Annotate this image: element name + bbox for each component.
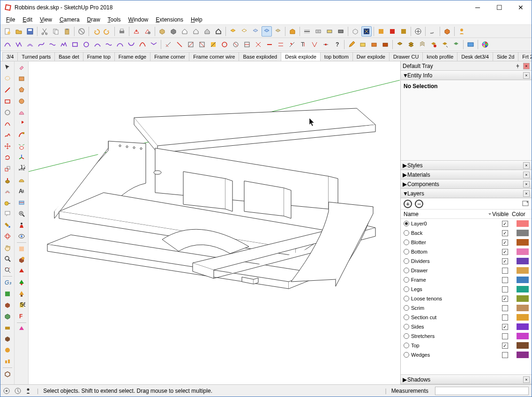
bezier-1-icon[interactable] xyxy=(36,39,46,50)
layer-row-top[interactable]: Top✓ xyxy=(401,341,532,350)
section-display-icon[interactable] xyxy=(313,26,323,37)
layer-row-dividers[interactable]: Dividers✓ xyxy=(401,256,532,266)
plugin-3-icon[interactable] xyxy=(398,26,409,37)
layer-radio[interactable] xyxy=(404,352,409,358)
menu-edit[interactable]: Edit xyxy=(19,15,36,24)
section-icon[interactable] xyxy=(302,26,312,37)
arc-3-icon[interactable] xyxy=(25,39,35,50)
lasso-tool-icon[interactable] xyxy=(2,74,13,84)
help-icon[interactable]: ? xyxy=(332,39,342,50)
layer-2-icon[interactable] xyxy=(406,39,416,50)
layer-row-bottom[interactable]: Bottom✓ xyxy=(401,247,532,256)
scene-tab-drawer-cu[interactable]: Drawer CU xyxy=(389,52,423,61)
layer-radio[interactable] xyxy=(404,277,409,283)
measurements-input[interactable] xyxy=(435,387,529,395)
layers-close-icon[interactable]: × xyxy=(523,190,530,197)
dim-14-icon[interactable] xyxy=(321,39,331,50)
house-shade-icon[interactable] xyxy=(202,26,212,37)
menu-draw[interactable]: Draw xyxy=(83,15,104,24)
entity-info-panel-head[interactable]: ▼Entity Info × xyxy=(401,71,532,80)
components-close-icon[interactable]: × xyxy=(523,181,530,187)
plugin-2-icon[interactable] xyxy=(387,26,397,37)
warehouse-icon[interactable] xyxy=(287,26,298,37)
layer-radio[interactable] xyxy=(404,315,409,320)
layer-radio[interactable] xyxy=(404,296,409,301)
layer-row-legs[interactable]: Legs xyxy=(401,285,532,294)
layer-1-icon[interactable] xyxy=(395,39,405,50)
section-plane-icon[interactable] xyxy=(16,197,27,208)
save-icon[interactable] xyxy=(25,26,35,37)
layer-color-swatch[interactable] xyxy=(517,286,529,292)
layer-row-section-cut[interactable]: Section cut xyxy=(401,313,532,322)
tray-title[interactable]: Default Tray × xyxy=(401,61,532,71)
layer-radio[interactable] xyxy=(404,230,409,236)
scene-tab-knob-profile[interactable]: knob profile xyxy=(422,52,457,61)
scene-tab-frame-top[interactable]: Frame top xyxy=(83,52,115,61)
layers-col-color[interactable]: Color xyxy=(512,211,529,217)
layer-visible-checkbox[interactable] xyxy=(502,315,508,321)
plugin-1-icon[interactable] xyxy=(376,26,386,37)
layer-radio[interactable] xyxy=(404,249,409,255)
shadows-panel-head[interactable]: ▶Shadows× xyxy=(401,375,532,384)
maximize-button[interactable]: ☐ xyxy=(488,0,510,15)
scene-tab-top-bottom[interactable]: top bottom xyxy=(320,52,353,61)
layer-color-swatch[interactable] xyxy=(517,295,529,302)
layer-color-swatch[interactable] xyxy=(517,333,529,339)
curve-6-icon[interactable] xyxy=(149,39,159,50)
layer-color-swatch[interactable] xyxy=(517,239,529,246)
minimize-button[interactable]: ─ xyxy=(467,0,488,15)
layer-color-swatch[interactable] xyxy=(517,323,529,330)
components-panel-head[interactable]: ▶Components× xyxy=(401,180,532,189)
circle-icon[interactable] xyxy=(81,39,91,50)
eraser-tool-icon[interactable] xyxy=(16,62,27,73)
layer-row-blotter[interactable]: Blotter✓ xyxy=(401,238,532,247)
scene-tab-desk-explode[interactable]: Desk explode xyxy=(281,52,321,61)
polyline-icon[interactable] xyxy=(59,39,69,50)
ext-tool-7-icon[interactable] xyxy=(2,345,13,355)
scene-tab-side-2d[interactable]: Side 2d xyxy=(493,52,518,61)
dim-6-icon[interactable] xyxy=(219,39,230,50)
menu-window[interactable]: Window xyxy=(125,15,152,24)
move-tool-icon[interactable] xyxy=(2,141,13,151)
section-cut-icon[interactable] xyxy=(336,26,346,37)
style-2-icon[interactable] xyxy=(239,26,249,37)
curve-3-icon[interactable] xyxy=(115,39,125,50)
print-icon[interactable] xyxy=(117,26,127,37)
ext2-1-icon[interactable] xyxy=(16,244,27,254)
make-group-icon[interactable] xyxy=(168,26,179,37)
dim-8-icon[interactable] xyxy=(242,39,252,50)
menu-file[interactable]: File xyxy=(2,15,19,24)
offset-tool-icon[interactable] xyxy=(2,186,13,196)
layers-col-visible[interactable]: Visible xyxy=(492,211,512,217)
layer-visible-checkbox[interactable]: ✓ xyxy=(502,296,508,302)
tape-tool-icon[interactable] xyxy=(2,197,13,208)
scene-tab-frame-corner-wire[interactable]: Frame corner wire xyxy=(189,52,239,61)
plugin-4-icon[interactable] xyxy=(413,26,423,37)
menu-help[interactable]: Help xyxy=(187,15,206,24)
layer-visible-checkbox[interactable]: ✓ xyxy=(502,240,508,246)
erase-icon[interactable] xyxy=(76,26,87,37)
arc-2-icon[interactable] xyxy=(14,39,24,50)
layer-color-swatch[interactable] xyxy=(517,277,529,283)
freehand-tool-icon[interactable] xyxy=(2,130,13,140)
ext-tool-8-icon[interactable] xyxy=(2,356,13,367)
orbit-tool-icon[interactable] xyxy=(2,231,13,241)
layer-visible-checkbox[interactable] xyxy=(502,352,508,358)
paste-icon[interactable] xyxy=(62,26,72,37)
viewport[interactable] xyxy=(29,61,400,384)
layer-color-swatch[interactable] xyxy=(517,305,529,311)
color-wheel-icon[interactable] xyxy=(480,39,490,50)
layer-color-swatch[interactable] xyxy=(517,220,529,227)
layer-color-swatch[interactable] xyxy=(517,352,529,358)
rotate-tool-icon[interactable] xyxy=(2,152,13,163)
layer-row-stretchers[interactable]: Stretchers xyxy=(401,331,532,341)
layer-color-swatch[interactable] xyxy=(517,342,529,349)
status-icon-3[interactable] xyxy=(26,388,32,394)
add-layer-button[interactable]: + xyxy=(404,200,412,208)
layer-radio[interactable] xyxy=(404,286,409,292)
layer-radio[interactable] xyxy=(404,305,409,311)
dimension-tool-icon[interactable]: 12 xyxy=(16,164,27,174)
arc-1-icon[interactable] xyxy=(2,39,13,50)
materials-close-icon[interactable]: × xyxy=(523,172,530,178)
menu-extensions[interactable]: Extensions xyxy=(152,15,187,24)
